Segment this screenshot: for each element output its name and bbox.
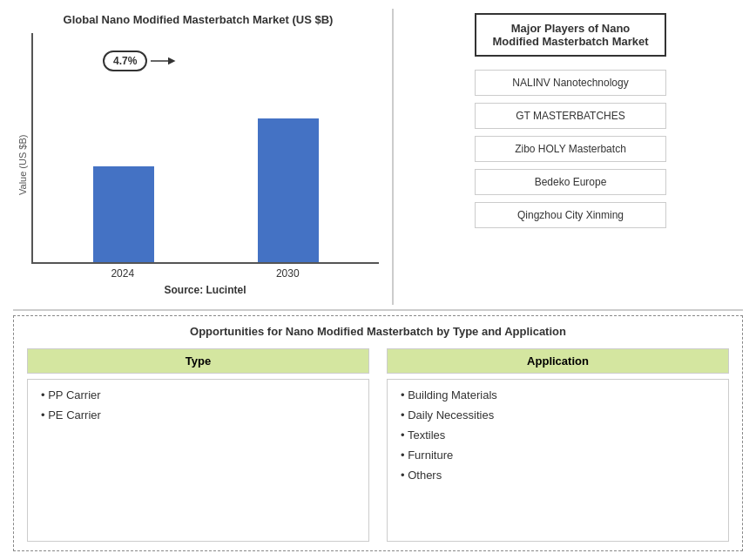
application-item-3: Textiles (401, 428, 715, 442)
source-label: Source: Lucintel (31, 284, 379, 296)
vertical-divider (392, 9, 394, 305)
annotation-arrow (151, 52, 177, 70)
bar-group-2030 (206, 118, 371, 262)
application-header: Application (387, 348, 729, 374)
type-item-1: PP Carrier (41, 388, 355, 401)
arrow-icon (151, 52, 177, 70)
main-container: Global Nano Modified Masterbatch Market … (0, 0, 756, 560)
player-item-3: Zibo HOLY Masterbatch (475, 136, 666, 162)
x-label-2030: 2030 (206, 267, 371, 280)
players-title-line1: Major Players of Nano (511, 22, 631, 35)
top-section: Global Nano Modified Masterbatch Market … (13, 9, 743, 305)
horizontal-divider (13, 309, 743, 311)
x-axis-labels: 2024 2030 (31, 264, 379, 280)
players-area: Major Players of Nano Modified Masterbat… (398, 9, 743, 305)
bars-area: 4.7% (31, 33, 379, 264)
type-column: Type PP Carrier PE Carrier (27, 348, 369, 542)
application-item-1: Building Materials (401, 388, 715, 401)
application-column: Application Building Materials Daily Nec… (387, 348, 729, 542)
application-item-5: Others (401, 469, 715, 482)
chart-inner: Value (US $B) 4.7% (17, 33, 379, 296)
y-axis-label: Value (US $B) (17, 33, 28, 296)
players-title-line2: Modified Masterbatch Market (492, 35, 648, 48)
bottom-title: Opportunities for Nano Modified Masterba… (27, 325, 729, 338)
annotation-container: 4.7% (103, 51, 177, 71)
bar-2030 (258, 118, 319, 262)
players-title-box: Major Players of Nano Modified Masterbat… (475, 13, 666, 57)
chart-title: Global Nano Modified Masterbatch Market … (17, 13, 379, 26)
application-content: Building Materials Daily Necessities Tex… (387, 379, 729, 542)
x-label-2024: 2024 (40, 267, 206, 280)
player-item-4: Bedeko Europe (475, 169, 666, 195)
application-item-4: Furniture (401, 449, 715, 462)
bottom-columns: Type PP Carrier PE Carrier Application B… (27, 348, 729, 542)
bottom-section: Opportunities for Nano Modified Masterba… (13, 315, 743, 551)
bar-2024 (93, 166, 154, 262)
type-content: PP Carrier PE Carrier (27, 379, 369, 542)
player-item-2: GT MASTERBATCHES (475, 103, 666, 129)
type-item-2: PE Carrier (41, 408, 355, 422)
chart-plot: 4.7% (31, 33, 379, 296)
chart-area: Global Nano Modified Masterbatch Market … (13, 9, 388, 305)
player-item-5: Qingzhou City Xinming (475, 202, 666, 228)
application-item-2: Daily Necessities (401, 408, 715, 422)
annotation-bubble: 4.7% (103, 51, 147, 71)
type-header: Type (27, 348, 369, 374)
bar-group-2024 (42, 166, 206, 262)
player-item-1: NALINV Nanotechnology (475, 70, 666, 96)
